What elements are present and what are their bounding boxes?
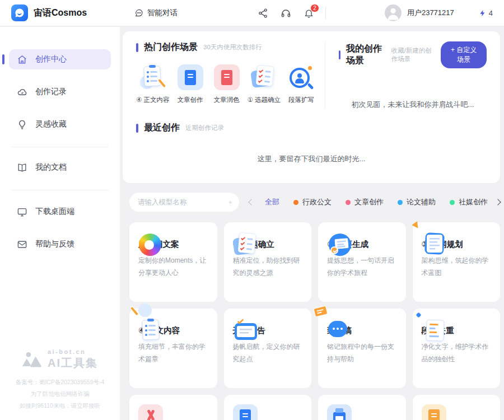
card-partial-2[interactable] xyxy=(224,395,312,420)
sidebar-footer: ai-bot.cn AI工具集 备案号：蜀ICP备2023039559号-4 为… xyxy=(0,348,120,410)
card-outline-planning[interactable]: ③ 大纲规划 架构思维，筑起你的学术蓝图 xyxy=(413,222,501,302)
sidebar: 创作中心 创作记录 灵感收藏 我的文档 下载桌面端 帮助与反馈 xyxy=(0,27,120,420)
my-scenes-section: 我的创作场景 收藏/新建的创作场景 + 自定义场景 初次见面，未来让我和你并肩战… xyxy=(325,41,487,110)
chat-bubble-icon xyxy=(134,8,143,17)
model-search-box[interactable] xyxy=(129,193,239,212)
hot-scene-label: ① 选题确立 xyxy=(248,96,281,104)
magnifier-person-icon xyxy=(288,64,314,90)
section-accent-bar xyxy=(136,124,138,133)
scissors-icon xyxy=(138,404,163,420)
avatar xyxy=(385,4,402,21)
chevron-right-icon[interactable] xyxy=(494,199,501,205)
hot-scene-body-content[interactable]: ④ 正文内容 xyxy=(136,64,170,104)
red-book-icon xyxy=(214,64,240,90)
search-input[interactable] xyxy=(137,198,229,207)
category-dot xyxy=(398,200,403,205)
ai-bot-mark-icon xyxy=(22,351,43,368)
hot-scene-article-writing[interactable]: 文章创作 xyxy=(175,64,206,104)
blue-book-icon xyxy=(233,404,258,420)
tab-label: 论文辅助 xyxy=(407,197,436,207)
card-partial-1[interactable] xyxy=(129,395,217,420)
tab-label: 行政公文 xyxy=(302,197,332,207)
sidebar-item-creation-center[interactable]: 创作中心 xyxy=(9,49,111,69)
hot-scene-paragraph-expand[interactable]: 段落扩写 xyxy=(286,64,317,104)
user-chip[interactable]: 用户23771217 xyxy=(385,4,454,21)
recent-title: 最近创作 xyxy=(144,122,180,134)
custom-scene-button[interactable]: + 自定义场景 xyxy=(441,41,487,68)
section-accent-bar xyxy=(339,50,340,59)
share-icon[interactable] xyxy=(258,8,268,18)
tab-label: 全部 xyxy=(265,197,279,207)
sidebar-item-download-desktop[interactable]: 下载桌面端 xyxy=(9,202,111,222)
clipboard-pencil-icon xyxy=(140,64,166,90)
my-scenes-empty-text: 初次见面，未来让我和你并肩战斗吧... xyxy=(339,100,487,110)
hot-scenes-subtitle: 30天内使用次数排行 xyxy=(203,43,262,52)
tab-all[interactable]: 全部 xyxy=(265,197,279,207)
energy-counter[interactable]: 4 xyxy=(479,9,493,17)
hot-scene-topic-selection[interactable]: ① 选题确立 xyxy=(248,64,281,104)
cloud-icon xyxy=(17,87,27,97)
category-tabs: 全部 行政公文 文章创作 论文辅助 社媒创作 工作提 xyxy=(265,197,494,207)
nav-smart-chat[interactable]: 智能对话 xyxy=(134,8,178,18)
fraud-notice-line2: 如接到96110来电，请立即接听 xyxy=(0,402,120,410)
lightning-icon xyxy=(479,9,487,17)
checklist-paper-icon xyxy=(251,64,277,90)
tab-official-docs[interactable]: 行政公文 xyxy=(293,197,332,207)
tab-thesis-assist[interactable]: 论文辅助 xyxy=(398,197,436,207)
sidebar-item-help-feedback[interactable]: 帮助与反馈 xyxy=(9,234,111,254)
sidebar-item-label: 灵感收藏 xyxy=(35,119,67,129)
sidebar-item-creation-records[interactable]: 创作记录 xyxy=(9,82,111,102)
divider xyxy=(325,7,326,19)
sidebar-item-label: 我的文档 xyxy=(35,162,67,172)
main-content: 热门创作场景 30天内使用次数排行 ④ 正文内容 文章创作 xyxy=(123,27,500,420)
printer-icon xyxy=(327,404,352,420)
card-moments-copy[interactable]: 朋友圈文案 定制你的Moments，让分享更动人心 xyxy=(129,222,217,302)
card-topic-selection[interactable]: ① 选题确立 精准定位，助你找到研究的灵感之源 xyxy=(224,222,312,302)
my-scenes-title: 我的创作场景 xyxy=(346,43,386,67)
card-desc: 提炼思想，一句话开启你的学术旅程 xyxy=(327,255,397,279)
tab-social-media[interactable]: 社媒创作 xyxy=(450,197,488,207)
ai-bot-name: AI工具集 xyxy=(48,356,98,371)
bell-icon[interactable]: 2 xyxy=(304,8,314,18)
card-partial-3[interactable] xyxy=(318,395,406,420)
sidebar-item-label: 帮助与反馈 xyxy=(35,239,74,249)
card-acknowledgement[interactable]: 致谢稿 铭记旅程中的每一份支持与帮助 xyxy=(318,309,406,388)
category-dot xyxy=(450,200,455,205)
sidebar-item-label: 创作中心 xyxy=(35,54,67,64)
divider xyxy=(11,190,109,190)
card-body-content[interactable]: ④ 正文内容 填充细节，丰富你的学术篇章 xyxy=(129,309,217,388)
app-window: 宙语Cosmos 智能对话 2 用户23771217 xyxy=(0,0,504,420)
app-logo-icon xyxy=(11,4,28,21)
app-brand[interactable]: 宙语Cosmos xyxy=(11,4,87,21)
card-desc: 定制你的Moments，让分享更动人心 xyxy=(138,255,208,279)
hot-scenes-section: 热门创作场景 30天内使用次数排行 ④ 正文内容 文章创作 xyxy=(136,41,325,110)
card-abstract-generation[interactable]: ② 摘要生成 提炼思想，一句话开启你的学术旅程 xyxy=(318,222,406,302)
notification-badge: 2 xyxy=(310,4,319,12)
search-icon xyxy=(229,198,232,207)
section-accent-bar xyxy=(136,43,138,52)
card-desc: 扬帆启航，定义你的研究起点 xyxy=(233,341,303,365)
home-icon xyxy=(17,54,27,65)
orange-book-icon xyxy=(422,404,446,420)
username: 用户23771217 xyxy=(407,8,454,18)
mail-icon xyxy=(17,239,27,250)
divider xyxy=(11,147,109,147)
fraud-notice-line1: 为了防范电信网络诈骗 xyxy=(0,390,120,398)
ai-bot-domain: ai-bot.cn xyxy=(48,348,98,355)
nav-smart-chat-label: 智能对话 xyxy=(147,8,178,18)
chevron-left-icon[interactable] xyxy=(248,199,254,205)
sidebar-item-inspiration[interactable]: 灵感收藏 xyxy=(9,114,111,134)
tab-label: 社媒创作 xyxy=(459,197,488,207)
card-paragraph-dedup[interactable]: 段落去重 净化文字，维护学术作品的独创性 xyxy=(413,309,501,388)
hot-scene-label: 文章创作 xyxy=(178,96,203,104)
hot-scene-article-polish[interactable]: 文章润色 xyxy=(211,64,242,104)
headset-icon[interactable] xyxy=(281,8,291,18)
sidebar-item-my-documents[interactable]: 我的文档 xyxy=(9,157,111,178)
filter-bar: 全部 行政公文 文章创作 论文辅助 社媒创作 工作提 xyxy=(129,192,500,212)
header-actions: 2 用户23771217 4 xyxy=(245,4,493,21)
card-partial-4[interactable] xyxy=(413,395,501,420)
card-desc: 精准定位，助你找到研究的灵感之源 xyxy=(233,255,303,279)
card-proposal-report[interactable]: 开题报告 扬帆启航，定义你的研究起点 xyxy=(224,309,312,388)
tab-article-writing[interactable]: 文章创作 xyxy=(346,197,384,207)
recent-creations-section: 最近创作 近期创作记录 这里，要留存下我们最近的时光... xyxy=(136,122,487,164)
